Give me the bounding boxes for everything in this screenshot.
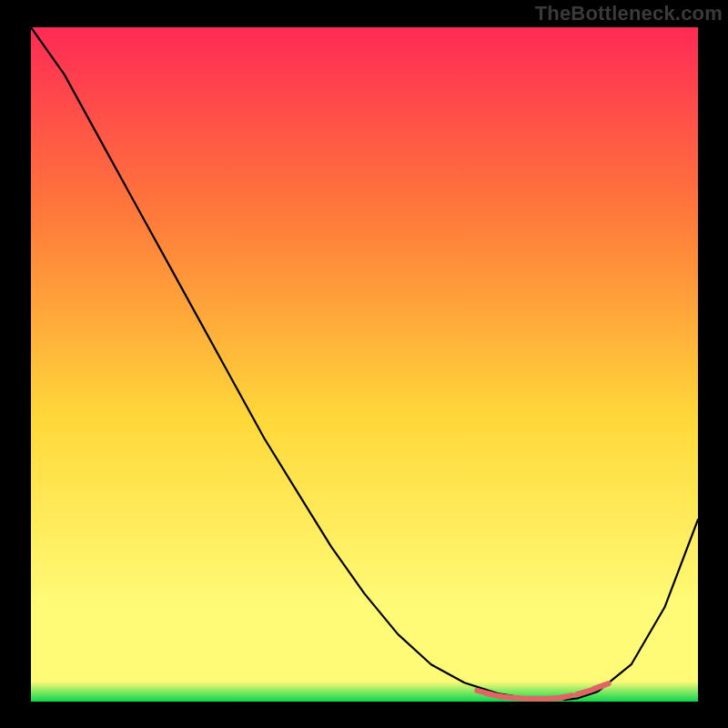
marker-dash	[513, 698, 529, 699]
chart-svg	[0, 0, 728, 728]
gradient-background	[31, 27, 698, 702]
chart-frame: TheBottleneck.com	[0, 0, 728, 728]
marker-dash	[557, 695, 572, 698]
